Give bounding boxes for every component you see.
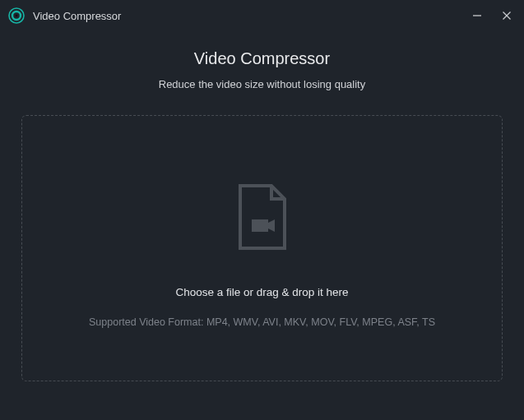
titlebar-left: Video Compressor: [8, 7, 121, 24]
dropzone-instruction: Choose a file or drag & drop it here: [175, 286, 348, 298]
file-dropzone[interactable]: Choose a file or drag & drop it here Sup…: [21, 115, 503, 381]
app-logo-icon: [8, 7, 25, 24]
close-button[interactable]: [499, 8, 514, 23]
svg-rect-6: [252, 219, 268, 232]
supported-formats-label: Supported Video Format: MP4, WMV, AVI, M…: [89, 316, 435, 328]
page-subtitle: Reduce the video size without losing qua…: [159, 78, 365, 90]
page-title: Video Compressor: [194, 49, 330, 68]
minimize-button[interactable]: [470, 8, 485, 23]
titlebar: Video Compressor: [0, 0, 524, 31]
svg-point-2: [16, 15, 18, 17]
video-file-icon: [235, 184, 290, 256]
window-controls: [470, 8, 514, 23]
titlebar-title: Video Compressor: [33, 10, 121, 22]
content-area: Video Compressor Reduce the video size w…: [0, 31, 524, 403]
